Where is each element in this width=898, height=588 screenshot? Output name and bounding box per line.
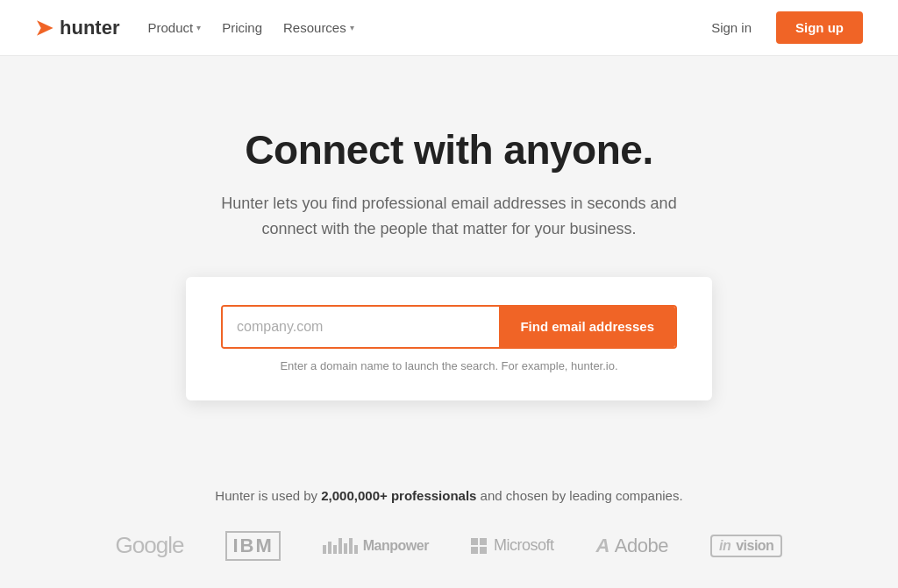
search-hint: Enter a domain name to launch the search… xyxy=(221,359,677,372)
logo-icon: ➤ xyxy=(35,16,53,40)
social-proof-text: Hunter is used by 2,000,000+ professiona… xyxy=(215,488,682,503)
signin-button[interactable]: Sign in xyxy=(701,13,762,42)
microsoft-logo: Microsoft xyxy=(471,536,554,555)
navbar-right: Sign in Sign up xyxy=(701,11,863,44)
search-input[interactable] xyxy=(223,307,499,347)
signup-button[interactable]: Sign up xyxy=(776,11,863,44)
adobe-a-icon: A xyxy=(595,535,609,557)
nav-resources[interactable]: Resources ▾ xyxy=(283,20,354,35)
hero-subtitle: Hunter lets you find professional email … xyxy=(221,191,677,242)
ibm-logo: IBM xyxy=(225,531,280,561)
google-logo: Google xyxy=(116,532,184,559)
hero-title: Connect with anyone. xyxy=(245,126,652,174)
manpower-logo: Manpower xyxy=(323,538,429,554)
find-email-button[interactable]: Find email addresses xyxy=(499,307,675,347)
product-chevron-icon: ▾ xyxy=(196,23,201,32)
social-proof-section: Hunter is used by 2,000,000+ professiona… xyxy=(0,453,898,588)
company-logos: Google IBM Manpower Mi xyxy=(116,531,783,561)
microsoft-grid-icon xyxy=(471,538,487,554)
nav-pricing[interactable]: Pricing xyxy=(222,20,262,35)
search-card: Find email addresses Enter a domain name… xyxy=(186,277,712,400)
search-row: Find email addresses xyxy=(221,305,677,349)
navbar: ➤ hunter Product ▾ Pricing Resources ▾ S… xyxy=(0,0,898,56)
logo[interactable]: ➤ hunter xyxy=(35,16,119,40)
invision-logo: invision xyxy=(710,535,782,557)
adobe-logo: A Adobe xyxy=(595,535,668,557)
resources-chevron-icon: ▾ xyxy=(350,23,354,32)
navbar-left: ➤ hunter Product ▾ Pricing Resources ▾ xyxy=(35,16,354,40)
manpower-bars-icon xyxy=(323,538,358,554)
nav-links: Product ▾ Pricing Resources ▾ xyxy=(147,20,353,35)
hero-section: Connect with anyone. Hunter lets you fin… xyxy=(0,56,898,453)
logo-text: hunter xyxy=(60,17,119,39)
nav-product[interactable]: Product ▾ xyxy=(147,20,201,35)
